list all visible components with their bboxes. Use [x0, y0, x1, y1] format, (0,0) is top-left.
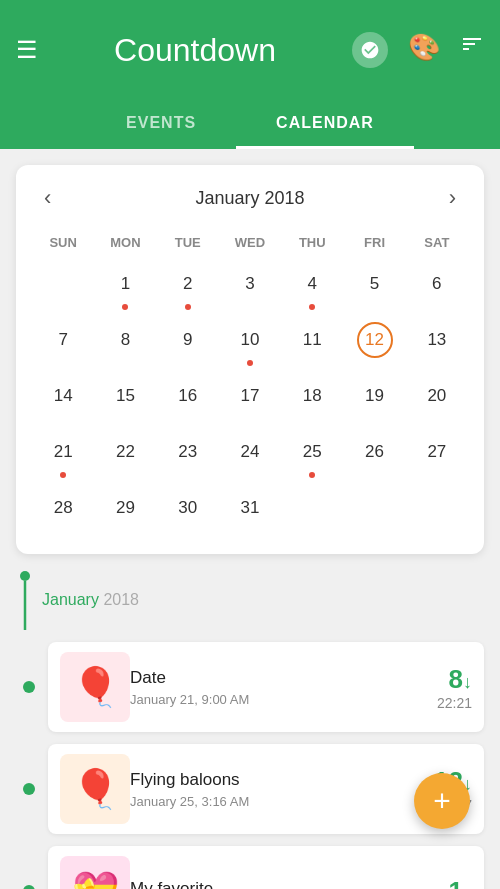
calendar-day-cell[interactable]: 21 [32, 430, 94, 482]
menu-icon[interactable]: ☰ [16, 36, 38, 64]
event-date: January 25, 3:16 AM [130, 794, 434, 809]
calendar-day-cell[interactable]: 30 [157, 486, 219, 538]
calendar-event-dot [60, 360, 66, 366]
calendar-day-cell[interactable]: 29 [94, 486, 156, 538]
calendar-day-cell[interactable]: 8 [94, 318, 156, 370]
calendar-day-number: 18 [294, 378, 330, 414]
calendar-event-dot [185, 472, 191, 478]
calendar-day-cell[interactable]: 22 [94, 430, 156, 482]
calendar-day-number: 6 [419, 266, 455, 302]
calendar-day-number: 31 [232, 490, 268, 526]
timeline-container: 🎈DateJanuary 21, 9:00 AM8↓22:21🎈Flying b… [16, 642, 484, 889]
calendar-event-dot [247, 472, 253, 478]
tabs-bar: EVENTS CALENDAR [0, 100, 500, 149]
calendar-day-cell[interactable]: 26 [343, 430, 405, 482]
calendar-day-cell [281, 486, 343, 538]
calendar-day-cell[interactable]: 31 [219, 486, 281, 538]
calendar-day-number: 4 [294, 266, 330, 302]
calendar-day-cell[interactable]: 27 [406, 430, 468, 482]
calendar-event-dot [122, 360, 128, 366]
calendar-day-cell[interactable]: 24 [219, 430, 281, 482]
calendar-day-cell[interactable]: 17 [219, 374, 281, 426]
calendar-day-cell[interactable]: 4 [281, 262, 343, 314]
calendar-day-cell[interactable]: 3 [219, 262, 281, 314]
calendar-event-dot [434, 360, 440, 366]
tab-events[interactable]: EVENTS [86, 100, 236, 149]
month-label-text: January 2018 [42, 591, 139, 609]
calendar-event-dot [60, 528, 66, 534]
calendar-day-number: 3 [232, 266, 268, 302]
event-days-count: 1↑ [449, 876, 472, 890]
calendar-day-number: 14 [45, 378, 81, 414]
tab-calendar[interactable]: CALENDAR [236, 100, 414, 149]
check-icon[interactable] [352, 32, 388, 68]
event-countdown: 1↑ [449, 876, 472, 890]
calendar-day-cell[interactable]: 18 [281, 374, 343, 426]
calendar-event-dot [434, 472, 440, 478]
calendar-day-number: 29 [107, 490, 143, 526]
calendar-day-cell[interactable]: 20 [406, 374, 468, 426]
weekday-mon: MON [94, 231, 156, 254]
calendar-day-cell[interactable]: 1 [94, 262, 156, 314]
calendar-event-dot [122, 416, 128, 422]
calendar-day-number: 26 [357, 434, 393, 470]
calendar-day-cell[interactable]: 10 [219, 318, 281, 370]
prev-month-button[interactable]: ‹ [32, 181, 63, 215]
calendar-day-number: 16 [170, 378, 206, 414]
calendar-weekdays: SUN MON TUE WED THU FRI SAT [32, 231, 468, 254]
calendar-day-cell[interactable]: 9 [157, 318, 219, 370]
header: ☰ Countdown 🎨 [0, 0, 500, 100]
weekday-tue: TUE [157, 231, 219, 254]
timeline-dot [23, 681, 35, 693]
calendar-day-number: 19 [357, 378, 393, 414]
calendar-event-dot [60, 304, 66, 310]
calendar-day-number: 15 [107, 378, 143, 414]
weekday-fri: FRI [343, 231, 405, 254]
calendar-day-number: 12 [357, 322, 393, 358]
calendar-event-dot [247, 528, 253, 534]
calendar-day-cell[interactable]: 13 [406, 318, 468, 370]
calendar-day-cell[interactable]: 6 [406, 262, 468, 314]
calendar-day-cell[interactable]: 7 [32, 318, 94, 370]
calendar-day-number [357, 490, 393, 526]
app-title: Countdown [114, 32, 276, 69]
weekday-thu: THU [281, 231, 343, 254]
palette-icon[interactable]: 🎨 [408, 32, 440, 68]
calendar-day-cell[interactable]: 2 [157, 262, 219, 314]
timeline-dot [23, 885, 35, 889]
event-name: Date [130, 668, 437, 688]
next-month-button[interactable]: › [437, 181, 468, 215]
svg-point-0 [20, 571, 30, 581]
calendar-day-number: 28 [45, 490, 81, 526]
event-info: DateJanuary 21, 9:00 AM [130, 668, 437, 707]
event-name: My favorite [130, 879, 449, 889]
calendar-day-cell[interactable]: 11 [281, 318, 343, 370]
calendar-event-dot [185, 528, 191, 534]
calendar-day-number: 17 [232, 378, 268, 414]
sort-icon[interactable] [460, 32, 484, 68]
calendar-day-number [294, 490, 330, 526]
event-list-item[interactable]: 💝My favorite1↑ [48, 846, 484, 889]
calendar-day-cell[interactable]: 12 [343, 318, 405, 370]
calendar-day-cell[interactable]: 19 [343, 374, 405, 426]
calendar-event-dot [122, 304, 128, 310]
event-list-item[interactable]: 🎈DateJanuary 21, 9:00 AM8↓22:21 [48, 642, 484, 732]
calendar-event-dot [309, 304, 315, 310]
calendar-event-dot [122, 528, 128, 534]
add-event-fab[interactable]: + [414, 773, 470, 829]
calendar-day-cell[interactable]: 14 [32, 374, 94, 426]
calendar-event-dot [372, 360, 378, 366]
calendar-day-cell[interactable]: 5 [343, 262, 405, 314]
calendar-day-cell[interactable]: 23 [157, 430, 219, 482]
timeline-dot [23, 783, 35, 795]
calendar-day-cell[interactable]: 16 [157, 374, 219, 426]
event-thumbnail: 🎈 [60, 652, 130, 722]
calendar-day-number: 25 [294, 434, 330, 470]
calendar-day-cell [32, 262, 94, 314]
calendar-event-dot [60, 416, 66, 422]
calendar-day-number: 21 [45, 434, 81, 470]
calendar-day-cell[interactable]: 15 [94, 374, 156, 426]
calendar-day-cell[interactable]: 28 [32, 486, 94, 538]
calendar-day-cell[interactable]: 25 [281, 430, 343, 482]
calendar-days: 1234567891011121314151617181920212223242… [32, 262, 468, 538]
